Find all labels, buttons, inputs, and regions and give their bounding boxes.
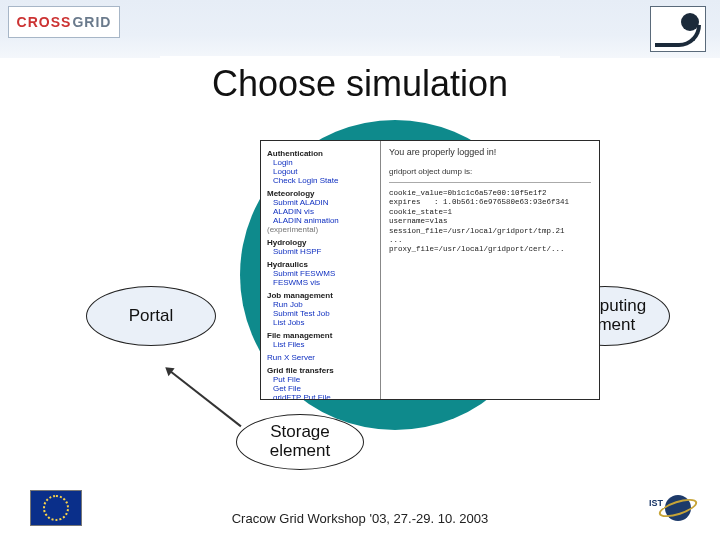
sidebar-link-submit-test[interactable]: Submit Test Job	[273, 309, 374, 318]
sidebar-link-gridftp-put[interactable]: gridFTP Put File	[273, 393, 374, 399]
sidebar-link-submit-aladin[interactable]: Submit ALADIN	[273, 198, 374, 207]
portal-main-pane: You are properly logged in! gridport obj…	[381, 141, 599, 399]
node-storage-label: Storage element	[270, 423, 330, 460]
sidebar-note-experimental: (experimental)	[267, 225, 374, 234]
edge-storage-to-portal	[169, 370, 241, 427]
ist-logo: IST	[654, 490, 702, 526]
sidebar-link-aladin-anim[interactable]: ALADIN animation	[273, 216, 374, 225]
sidebar-link-feswms-vis[interactable]: FESWMS vis	[273, 278, 374, 287]
sidebar-link-check-login[interactable]: Check Login State	[273, 176, 374, 185]
sidebar-heading-transfers: Grid file transfers	[267, 366, 374, 375]
sidebar-link-logout[interactable]: Logout	[273, 167, 374, 176]
node-storage: Storage element	[236, 414, 364, 470]
node-portal: Portal	[86, 286, 216, 346]
sidebar-heading-jobs: Job management	[267, 291, 374, 300]
ist-logo-label: IST	[648, 498, 664, 508]
sidebar-heading-hydro: Hydrology	[267, 238, 374, 247]
sidebar-heading-hydra: Hydraulics	[267, 260, 374, 269]
logo-text-sub: GRID	[72, 14, 111, 30]
sidebar-link-list-jobs[interactable]: List Jobs	[273, 318, 374, 327]
divider	[389, 182, 591, 183]
dump-heading: gridport object dump is:	[389, 167, 591, 176]
portal-screenshot: Authentication Login Logout Check Login …	[260, 140, 600, 400]
login-status-message: You are properly logged in!	[389, 147, 591, 157]
sidebar-heading-meteo: Meteorology	[267, 189, 374, 198]
sidebar-link-list-files[interactable]: List Files	[273, 340, 374, 349]
sidebar-link-run-job[interactable]: Run Job	[273, 300, 374, 309]
sidebar-link-aladin-vis[interactable]: ALADIN vis	[273, 207, 374, 216]
eu-flag-icon	[30, 490, 82, 526]
sidebar-link-get-file[interactable]: Get File	[273, 384, 374, 393]
partner-logo	[650, 6, 706, 52]
logo-text-main: CROSS	[17, 14, 72, 30]
portal-sidebar: Authentication Login Logout Check Login …	[261, 141, 381, 399]
footer-text: Cracow Grid Workshop '03, 27.-29. 10. 20…	[0, 511, 720, 526]
sidebar-heading-files: File management	[267, 331, 374, 340]
sidebar-link-xserver[interactable]: Run X Server	[267, 353, 374, 362]
sidebar-heading-auth: Authentication	[267, 149, 374, 158]
dump-body: cookie_value=0b1c1c6a57e00:10f5e1f2 expi…	[389, 189, 591, 255]
sidebar-link-submit-feswms[interactable]: Submit FESWMS	[273, 269, 374, 278]
slide-title: Choose simulation	[160, 56, 560, 112]
sidebar-link-put-file[interactable]: Put File	[273, 375, 374, 384]
node-portal-label: Portal	[129, 307, 173, 326]
crossgrid-logo: CROSS GRID	[8, 6, 120, 38]
sidebar-link-submit-hspf[interactable]: Submit HSPF	[273, 247, 374, 256]
sidebar-link-login[interactable]: Login	[273, 158, 374, 167]
